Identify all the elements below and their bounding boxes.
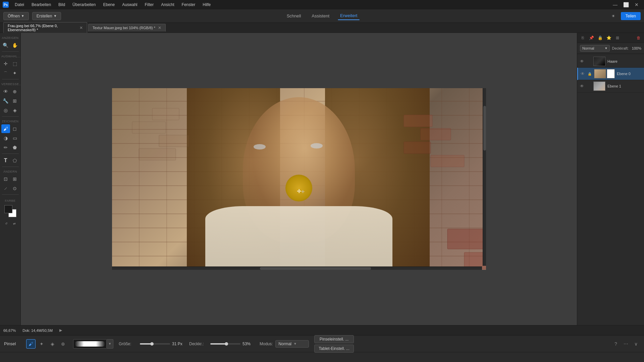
panel-icon-grid[interactable]: ⊞ <box>613 34 622 42</box>
menu-filter[interactable]: Filter <box>142 1 157 8</box>
brush-extra-tool[interactable]: ⊕ <box>58 339 68 349</box>
sharpen-tool[interactable]: ◈ <box>11 106 19 115</box>
tab-schnell[interactable]: Schnell <box>285 12 303 20</box>
straighten-tool[interactable]: ⟋ <box>1 184 10 193</box>
layer-visibility-ebene0[interactable]: 👁 <box>580 71 585 76</box>
swatch-swap[interactable]: ⇄ <box>11 221 17 227</box>
content-tool[interactable]: ⊞ <box>11 175 19 183</box>
create-button[interactable]: Erstellen ▼ <box>32 12 61 20</box>
scrollbar-vertical[interactable] <box>483 88 486 266</box>
size-slider[interactable] <box>140 343 170 345</box>
panel-icon-star[interactable]: ⭐ <box>605 34 613 42</box>
tab-frau[interactable]: Frau.jpeg bei 66,7% (Ebene 0, Ebenenmask… <box>3 22 87 34</box>
blur-tool[interactable]: ◎ <box>1 106 10 115</box>
brush-dropdown-btn[interactable]: ▼ <box>107 339 113 349</box>
rect-tool[interactable]: ▭ <box>11 134 19 142</box>
layer-visibility-haare[interactable]: 👁 <box>579 59 585 64</box>
shape-tool[interactable]: ⬟ <box>11 143 19 152</box>
maximize-button[interactable]: ⬜ <box>621 1 631 8</box>
hand-tool[interactable]: ✋ <box>11 41 19 50</box>
panel-collapse-icon[interactable]: ∨ <box>632 340 640 348</box>
layer-name-ebene1: Ebene 1 <box>607 84 642 88</box>
blend-mode-dropdown[interactable]: Normal ▼ <box>580 45 610 52</box>
color-swatches[interactable] <box>4 205 16 217</box>
pencil-tool[interactable]: ✏ <box>1 143 10 152</box>
more-options-icon[interactable]: ⋯ <box>622 340 630 348</box>
menu-datei[interactable]: Datei <box>11 1 28 8</box>
foreground-color-swatch[interactable] <box>4 205 12 213</box>
tab-close-textur[interactable]: ✕ <box>158 25 161 30</box>
panel-icon-delete[interactable]: 🗑 <box>635 34 643 42</box>
section-andern: ÄNDERN <box>1 170 19 173</box>
panel-icon-lock[interactable]: 🔒 <box>596 34 604 42</box>
tab-assistent[interactable]: Assistent <box>310 12 331 20</box>
layer-item-ebene0[interactable]: 👁 🔒 Ebene 0 <box>577 68 644 80</box>
menu-ebene[interactable]: Ebene <box>100 1 118 8</box>
tab-textur[interactable]: Textur Mauer.jpeg bei 104% (RGB/8) * ✕ <box>88 24 166 32</box>
minimize-button[interactable]: — <box>610 1 620 8</box>
magic-wand-tool[interactable]: ✦ <box>11 69 19 77</box>
clone-tool[interactable]: 🔧 <box>1 97 10 105</box>
brush-stroke-preview[interactable]: ✛ <box>285 175 312 201</box>
menu-auswahl[interactable]: Auswahl <box>119 1 141 8</box>
opacity-label: Deckkraft: <box>612 46 629 50</box>
panel-icon-pin[interactable]: 📌 <box>587 34 595 42</box>
brush-tool[interactable]: 🖌 <box>1 124 10 133</box>
opacity-slider[interactable] <box>210 343 240 345</box>
brush-impressionist-tool[interactable]: ✦ <box>37 339 46 349</box>
help-icon[interactable]: ? <box>612 340 620 348</box>
shape-tool-2[interactable]: ⬠ <box>11 156 19 165</box>
lasso-tool[interactable]: ⌒ <box>1 69 10 77</box>
burn-tool[interactable]: ◑ <box>1 134 10 142</box>
theme-toggle[interactable]: ☀ <box>609 11 618 21</box>
layer-item-haare[interactable]: 👁 Haare <box>577 55 644 68</box>
tab-close-frau[interactable]: ✕ <box>79 25 83 30</box>
tab-erweitert[interactable]: Erweitert <box>338 12 359 20</box>
layer-name-ebene0: Ebene 0 <box>617 72 642 76</box>
zoom-tool[interactable]: 🔍 <box>1 41 10 50</box>
redeye-tool[interactable]: 👁 <box>1 87 10 96</box>
brush-preview[interactable] <box>73 339 107 349</box>
canvas-image[interactable]: ✛ <box>112 88 486 270</box>
open-button[interactable]: Öffnen ▼ <box>3 12 29 20</box>
share-button[interactable]: Teilen <box>621 12 641 20</box>
eraser-tool[interactable]: ◻ <box>11 124 19 133</box>
text-tool[interactable]: T <box>1 156 10 165</box>
status-arrow[interactable]: ▶ <box>59 328 62 333</box>
menu-fenster[interactable]: Fenster <box>178 1 199 8</box>
tableteinstell-button[interactable]: Tablet-Einstell. ... <box>314 345 354 353</box>
title-bar: Ps Datei Bearbeiten Bild Überarbeiten Eb… <box>0 0 644 9</box>
menu-ueberarbeiten[interactable]: Überarbeiten <box>69 1 99 8</box>
layer-item-ebene1[interactable]: 👁 Ebene 1 <box>577 80 644 93</box>
recompose-tool[interactable]: ⊙ <box>11 184 19 193</box>
menu-bearbeiten[interactable]: Bearbeiten <box>28 1 54 8</box>
canvas-area[interactable]: ✛ <box>21 33 577 325</box>
marquee-tool[interactable]: ⬚ <box>11 59 19 68</box>
scrollbar-horizontal[interactable] <box>112 266 482 270</box>
layer-visibility-ebene1[interactable]: 👁 <box>579 83 585 89</box>
menu-bild[interactable]: Bild <box>55 1 68 8</box>
modus-dropdown[interactable]: Normal ▼ <box>275 340 309 348</box>
opacity-slider-thumb <box>225 342 228 346</box>
panel-icons: ⎘ 📌 🔒 ⭐ ⊞ 🗑 <box>577 33 644 43</box>
scrollbar-thumb-v[interactable] <box>483 106 486 150</box>
scrollbar-thumb-h[interactable] <box>260 267 371 270</box>
menu-hilfe[interactable]: Hilfe <box>199 1 214 8</box>
opacity-option: Deckkr.: 53% <box>189 342 254 346</box>
canvas-wrapper: ✛ <box>112 88 486 270</box>
move-tool[interactable]: ✛ <box>1 59 10 68</box>
brush-color-tool[interactable]: ◈ <box>48 339 57 349</box>
cursor: ✛ <box>297 188 301 192</box>
menu-ansicht[interactable]: Ansicht <box>158 1 177 8</box>
swatch-reset[interactable]: ↺ <box>3 221 9 227</box>
spot-tool[interactable]: ⊕ <box>11 87 19 96</box>
pattern-tool[interactable]: ⊞ <box>11 97 19 105</box>
crop-tool[interactable]: ⊡ <box>1 175 10 183</box>
close-button[interactable]: ✕ <box>632 1 641 8</box>
panel-icon-copy[interactable]: ⎘ <box>579 34 587 42</box>
divider-4 <box>2 154 19 154</box>
portrait-background: ✛ <box>112 88 486 270</box>
brush-normal-tool[interactable]: 🖌 <box>26 339 36 349</box>
pinseleinstell-button[interactable]: Pinseleinstell. ... <box>314 335 354 343</box>
blend-dropdown-icon: ▼ <box>605 47 608 50</box>
